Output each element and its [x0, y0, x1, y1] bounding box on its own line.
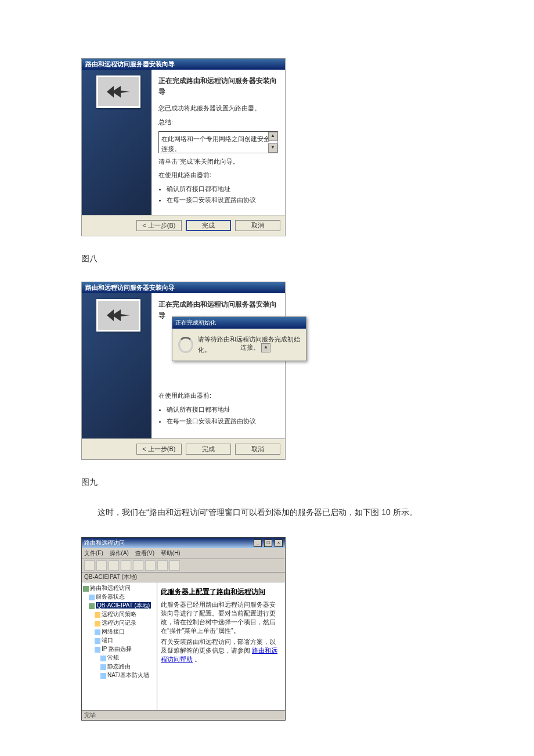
mmc-body: 路由和远程访问 服务器状态 QB-ACIEIPAT (本地) 远程访问策略 远程… [82, 582, 285, 710]
wizard1-summary-box: 在此网络和一个专用网络之间创建安全连接。 ▲ ▼ [158, 131, 278, 153]
mmc-titlebar: 路由和远程访问 _ □ × [82, 538, 285, 548]
folder-icon [95, 612, 100, 618]
tree-general[interactable]: 常规 [83, 653, 156, 662]
tree-root[interactable]: 路由和远程访问 [83, 584, 156, 592]
wizard1-bullet-1: 确认所有接口都有地址 [167, 184, 278, 195]
wizard2-before-use: 在使用此路由器前: [158, 391, 278, 401]
ports-icon [95, 638, 100, 644]
cancel-button[interactable]: 取消 [235, 220, 280, 231]
back-button[interactable]: < 上一步(B) [136, 220, 182, 231]
scroll-up-icon[interactable]: ▲ [268, 132, 277, 141]
router-icon [96, 75, 140, 108]
wizard2-body: 正在完成路由和远程访问服务器安装向导 正在完成初始化 请等待路由和远程访问服务完… [82, 293, 285, 438]
leaf-icon [100, 673, 106, 679]
wizard1-close-hint: 请单击“完成”来关闭此向导。 [158, 157, 278, 167]
leaf-icon [100, 664, 106, 670]
tree-netif[interactable]: 网络接口 [83, 627, 156, 636]
interface-icon [95, 629, 100, 635]
wizard1-summary-label: 总结: [158, 117, 278, 128]
wizard2-bullet-1: 确认所有接口都有地址 [167, 405, 278, 415]
tree-nat[interactable]: NAT/基本防火墙 [83, 671, 156, 679]
wizard2-titlebar: 路由和远程访问服务器安装向导 [82, 282, 285, 293]
tree-ports[interactable]: 端口 [83, 636, 156, 645]
wizard2-content: 正在完成路由和远程访问服务器安装向导 正在完成初始化 请等待路由和远程访问服务完… [151, 293, 285, 438]
body-paragraph: 这时，我们在“路由和远程访问”管理窗口可以看到添加的服务器已启动，如下图 10 … [81, 505, 453, 520]
tree-static[interactable]: 静态路由 [83, 662, 156, 671]
wizard1-body: 正在完成路由和远程访问服务器安装向导 您已成功将此服务器设置为路由器。 总结: … [82, 70, 285, 215]
mmc-statusbar: 完毕 [82, 710, 285, 720]
finish-button[interactable]: 完成 [186, 220, 231, 231]
cancel-button[interactable]: 取消 [235, 444, 280, 455]
properties-icon[interactable] [121, 560, 131, 571]
wizard1-content: 正在完成路由和远程访问服务器安装向导 您已成功将此服务器设置为路由器。 总结: … [151, 70, 285, 215]
right-heading: 此服务器上配置了路由和远程访问 [161, 587, 282, 597]
window-controls: _ □ × [253, 539, 283, 547]
export-icon[interactable] [157, 560, 168, 571]
menu-view[interactable]: 查看(V) [135, 550, 154, 556]
tree-server[interactable]: QB-ACIEIPAT (本地) [83, 601, 156, 610]
wizard-dialog-1: 路由和远程访问服务器安装向导 正在完成路由和远程访问服务器安装向导 您已成功将此… [81, 58, 286, 236]
server-icon [89, 603, 95, 609]
mmc-title-text: 路由和远程访问 [84, 539, 125, 547]
right-paragraph-1: 此服务器已经用路由和远程访问服务器安装向导进行了配置。要对当前配置进行更改，请在… [161, 600, 282, 635]
wizard1-line1: 您已成功将此服务器设置为路由器。 [158, 103, 278, 114]
wizard1-heading: 正在完成路由和远程访问服务器安装向导 [158, 75, 278, 98]
tree-status[interactable]: 服务器状态 [83, 592, 156, 601]
wizard2-footer: < 上一步(B) 完成 取消 [82, 438, 285, 459]
help-icon[interactable] [169, 560, 180, 571]
router-icon [96, 299, 140, 332]
mmc-pathbar: QB-ACIEIPAT (本地) [82, 573, 285, 582]
nav-back-icon[interactable] [84, 560, 95, 571]
close-button[interactable]: × [275, 539, 283, 547]
wizard1-footer: < 上一步(B) 完成 取消 [82, 215, 285, 236]
wizard2-bullets: 确认所有接口都有地址 在每一接口安装和设置路由协议 [158, 405, 278, 426]
tree-policy[interactable]: 远程访问策略 [83, 610, 156, 618]
wizard2-bullet-2: 在每一接口安装和设置路由协议 [167, 416, 278, 427]
figure-caption-8: 图八 [81, 254, 453, 264]
mmc-right-pane: 此服务器上配置了路由和远程访问 此服务器已经用路由和远程访问服务器安装向导进行了… [157, 582, 285, 710]
wizard1-bullet-2: 在每一接口安装和设置路由协议 [167, 195, 278, 206]
wizard1-summary-text: 在此网络和一个专用网络之间创建安全连接。 [161, 135, 270, 153]
progress-title: 正在完成初始化 [172, 317, 306, 329]
scroll-down-icon[interactable]: ▼ [268, 143, 277, 153]
finish-button[interactable]: 完成 [186, 444, 231, 455]
status-icon [89, 595, 95, 600]
up-icon[interactable] [109, 560, 119, 571]
delete-icon[interactable] [133, 560, 143, 571]
wizard2-conn-tail: 连接。 ▲ [240, 343, 270, 353]
menu-file[interactable]: 文件(F) [84, 550, 103, 556]
mmc-toolbar [82, 559, 285, 573]
mmc-window: 路由和远程访问 _ □ × 文件(F) 操作(A) 查看(V) 帮助(H) QB… [81, 537, 286, 721]
menu-action[interactable]: 操作(A) [110, 550, 129, 556]
tree-log[interactable]: 远程访问记录 [83, 618, 156, 627]
maximize-button[interactable]: □ [264, 539, 272, 547]
refresh-icon[interactable] [145, 560, 156, 571]
mmc-tree[interactable]: 路由和远程访问 服务器状态 QB-ACIEIPAT (本地) 远程访问策略 远程… [82, 582, 157, 710]
wizard1-titlebar: 路由和远程访问服务器安装向导 [82, 59, 285, 70]
folder-icon [95, 621, 100, 627]
console-icon [83, 586, 89, 592]
minimize-button[interactable]: _ [254, 539, 262, 547]
tree-iproute[interactable]: IP 路由选择 [83, 645, 156, 653]
progress-dialog: 正在完成初始化 请等待路由和远程访问服务完成初始化。 [172, 316, 306, 361]
nav-fwd-icon[interactable] [96, 560, 107, 571]
wizard1-bullets: 确认所有接口都有地址 在每一接口安装和设置路由协议 [158, 184, 278, 206]
spinner-icon [178, 337, 193, 353]
scroll-up-icon[interactable]: ▲ [261, 343, 270, 352]
figure-caption-9: 图九 [81, 477, 453, 488]
menu-help[interactable]: 帮助(H) [161, 550, 181, 556]
back-button[interactable]: < 上一步(B) [136, 444, 182, 455]
wizard1-sidebar [82, 70, 151, 215]
right-paragraph-2: 有关安装路由和远程访问，部署方案，以及疑难解答的更多信息，请参阅 路由和远程访问… [161, 638, 282, 664]
ip-route-icon [95, 647, 100, 653]
wizard2-sidebar [82, 293, 151, 438]
mmc-menu: 文件(F) 操作(A) 查看(V) 帮助(H) [82, 548, 285, 559]
wizard1-before-use: 在使用此路由器前: [158, 170, 278, 181]
leaf-icon [100, 656, 106, 661]
wizard-dialog-2: 路由和远程访问服务器安装向导 正在完成路由和远程访问服务器安装向导 正在完成初始… [81, 282, 286, 460]
